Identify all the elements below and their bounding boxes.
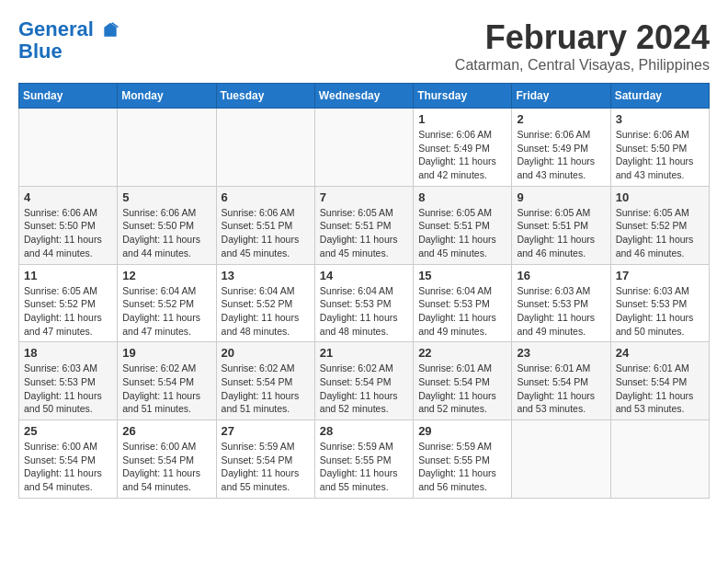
calendar-cell: 15Sunrise: 6:04 AMSunset: 5:53 PMDayligh… bbox=[414, 264, 512, 342]
cell-text: Sunset: 5:52 PM bbox=[24, 297, 112, 311]
weekday-header-friday: Friday bbox=[512, 84, 610, 109]
cell-text: Sunrise: 6:06 AM bbox=[122, 206, 210, 220]
cell-text: Daylight: 11 hours and 54 minutes. bbox=[122, 466, 210, 493]
day-number: 28 bbox=[320, 424, 408, 438]
cell-text: Sunset: 5:50 PM bbox=[122, 219, 210, 233]
cell-text: Daylight: 11 hours and 44 minutes. bbox=[122, 233, 210, 259]
calendar-cell: 27Sunrise: 5:59 AMSunset: 5:54 PMDayligh… bbox=[216, 420, 314, 499]
day-number: 20 bbox=[222, 346, 310, 360]
logo: General Blue bbox=[18, 18, 119, 63]
cell-text: Sunrise: 5:59 AM bbox=[418, 440, 506, 454]
calendar-cell: 23Sunrise: 6:01 AMSunset: 5:54 PMDayligh… bbox=[512, 342, 610, 420]
cell-text: Daylight: 11 hours and 51 minutes. bbox=[222, 389, 310, 416]
day-number: 6 bbox=[222, 190, 310, 204]
cell-text: Sunrise: 6:05 AM bbox=[320, 206, 408, 220]
cell-text: Sunset: 5:49 PM bbox=[517, 142, 605, 155]
weekday-header-wednesday: Wednesday bbox=[314, 84, 413, 109]
cell-text: Sunset: 5:52 PM bbox=[616, 219, 704, 233]
cell-text: Sunrise: 6:02 AM bbox=[320, 362, 408, 375]
day-number: 2 bbox=[517, 112, 605, 126]
day-number: 11 bbox=[24, 269, 112, 282]
day-number: 19 bbox=[122, 346, 210, 360]
day-number: 8 bbox=[418, 190, 506, 204]
calendar-cell: 7Sunrise: 6:05 AMSunset: 5:51 PMDaylight… bbox=[314, 186, 413, 264]
day-number: 16 bbox=[517, 269, 605, 282]
cell-text: Daylight: 11 hours and 53 minutes. bbox=[517, 389, 605, 416]
calendar-cell bbox=[610, 420, 709, 499]
cell-text: Sunrise: 6:00 AM bbox=[122, 440, 210, 454]
calendar-week-row: 4Sunrise: 6:06 AMSunset: 5:50 PMDaylight… bbox=[19, 186, 710, 264]
calendar-week-row: 1Sunrise: 6:06 AMSunset: 5:49 PMDaylight… bbox=[19, 109, 710, 187]
cell-text: Sunrise: 6:01 AM bbox=[616, 362, 704, 375]
cell-text: Sunrise: 6:06 AM bbox=[24, 206, 112, 220]
calendar-cell: 28Sunrise: 5:59 AMSunset: 5:55 PMDayligh… bbox=[314, 420, 413, 499]
weekday-header-saturday: Saturday bbox=[610, 84, 709, 109]
cell-text: Sunset: 5:54 PM bbox=[616, 375, 704, 389]
weekday-header-monday: Monday bbox=[118, 84, 216, 109]
month-title: February 2024 bbox=[455, 18, 710, 57]
cell-text: Daylight: 11 hours and 52 minutes. bbox=[320, 389, 408, 416]
cell-text: Sunset: 5:53 PM bbox=[517, 297, 605, 311]
cell-text: Daylight: 11 hours and 51 minutes. bbox=[122, 389, 210, 416]
cell-text: Sunset: 5:52 PM bbox=[222, 297, 310, 311]
calendar-cell: 5Sunrise: 6:06 AMSunset: 5:50 PMDaylight… bbox=[118, 186, 216, 264]
calendar-cell: 10Sunrise: 6:05 AMSunset: 5:52 PMDayligh… bbox=[610, 186, 709, 264]
cell-text: Sunset: 5:54 PM bbox=[222, 375, 310, 389]
calendar-cell bbox=[314, 109, 413, 187]
day-number: 12 bbox=[122, 269, 210, 282]
day-number: 26 bbox=[122, 424, 210, 438]
day-number: 18 bbox=[24, 346, 112, 360]
cell-text: Sunset: 5:50 PM bbox=[24, 219, 112, 233]
cell-text: Sunset: 5:54 PM bbox=[122, 454, 210, 467]
cell-text: Daylight: 11 hours and 54 minutes. bbox=[24, 466, 112, 493]
day-number: 24 bbox=[616, 346, 704, 360]
cell-text: Daylight: 11 hours and 49 minutes. bbox=[517, 311, 605, 338]
cell-text: Sunset: 5:55 PM bbox=[418, 454, 506, 467]
calendar-cell bbox=[118, 109, 216, 187]
location-title: Catarman, Central Visayas, Philippines bbox=[455, 57, 710, 74]
cell-text: Sunset: 5:54 PM bbox=[517, 375, 605, 389]
logo-text: General bbox=[18, 18, 119, 40]
cell-text: Sunrise: 6:04 AM bbox=[122, 284, 210, 298]
calendar-cell: 12Sunrise: 6:04 AMSunset: 5:52 PMDayligh… bbox=[118, 264, 216, 342]
day-number: 1 bbox=[418, 112, 506, 126]
cell-text: Sunrise: 6:02 AM bbox=[222, 362, 310, 375]
calendar-week-row: 18Sunrise: 6:03 AMSunset: 5:53 PMDayligh… bbox=[19, 342, 710, 420]
cell-text: Sunset: 5:54 PM bbox=[122, 375, 210, 389]
cell-text: Sunrise: 6:04 AM bbox=[320, 284, 408, 298]
cell-text: Sunrise: 6:01 AM bbox=[517, 362, 605, 375]
cell-text: Sunset: 5:50 PM bbox=[616, 142, 704, 155]
cell-text: Daylight: 11 hours and 47 minutes. bbox=[122, 311, 210, 338]
day-number: 15 bbox=[418, 269, 506, 282]
cell-text: Daylight: 11 hours and 50 minutes. bbox=[24, 389, 112, 416]
cell-text: Sunrise: 5:59 AM bbox=[320, 440, 408, 454]
cell-text: Sunrise: 6:03 AM bbox=[24, 362, 112, 375]
cell-text: Daylight: 11 hours and 48 minutes. bbox=[222, 311, 310, 338]
cell-text: Sunrise: 6:01 AM bbox=[418, 362, 506, 375]
calendar-cell: 2Sunrise: 6:06 AMSunset: 5:49 PMDaylight… bbox=[512, 109, 610, 187]
cell-text: Sunrise: 6:05 AM bbox=[418, 206, 506, 220]
weekday-header-thursday: Thursday bbox=[414, 84, 512, 109]
calendar-cell: 1Sunrise: 6:06 AMSunset: 5:49 PMDaylight… bbox=[414, 109, 512, 187]
cell-text: Sunrise: 6:05 AM bbox=[24, 284, 112, 298]
cell-text: Daylight: 11 hours and 44 minutes. bbox=[24, 233, 112, 259]
cell-text: Daylight: 11 hours and 43 minutes. bbox=[616, 155, 704, 181]
calendar-cell: 22Sunrise: 6:01 AMSunset: 5:54 PMDayligh… bbox=[414, 342, 512, 420]
cell-text: Sunset: 5:51 PM bbox=[418, 219, 506, 233]
cell-text: Sunset: 5:54 PM bbox=[418, 375, 506, 389]
day-number: 14 bbox=[320, 269, 408, 282]
cell-text: Daylight: 11 hours and 50 minutes. bbox=[616, 311, 704, 338]
calendar-cell: 20Sunrise: 6:02 AMSunset: 5:54 PMDayligh… bbox=[216, 342, 314, 420]
calendar-cell: 14Sunrise: 6:04 AMSunset: 5:53 PMDayligh… bbox=[314, 264, 413, 342]
cell-text: Sunset: 5:53 PM bbox=[418, 297, 506, 311]
day-number: 25 bbox=[24, 424, 112, 438]
cell-text: Sunrise: 6:00 AM bbox=[24, 440, 112, 454]
cell-text: Daylight: 11 hours and 55 minutes. bbox=[222, 466, 310, 493]
cell-text: Sunset: 5:53 PM bbox=[320, 297, 408, 311]
calendar-cell: 26Sunrise: 6:00 AMSunset: 5:54 PMDayligh… bbox=[118, 420, 216, 499]
cell-text: Sunset: 5:54 PM bbox=[24, 454, 112, 467]
calendar-week-row: 11Sunrise: 6:05 AMSunset: 5:52 PMDayligh… bbox=[19, 264, 710, 342]
calendar-cell: 13Sunrise: 6:04 AMSunset: 5:52 PMDayligh… bbox=[216, 264, 314, 342]
calendar-cell: 29Sunrise: 5:59 AMSunset: 5:55 PMDayligh… bbox=[414, 420, 512, 499]
day-number: 7 bbox=[320, 190, 408, 204]
